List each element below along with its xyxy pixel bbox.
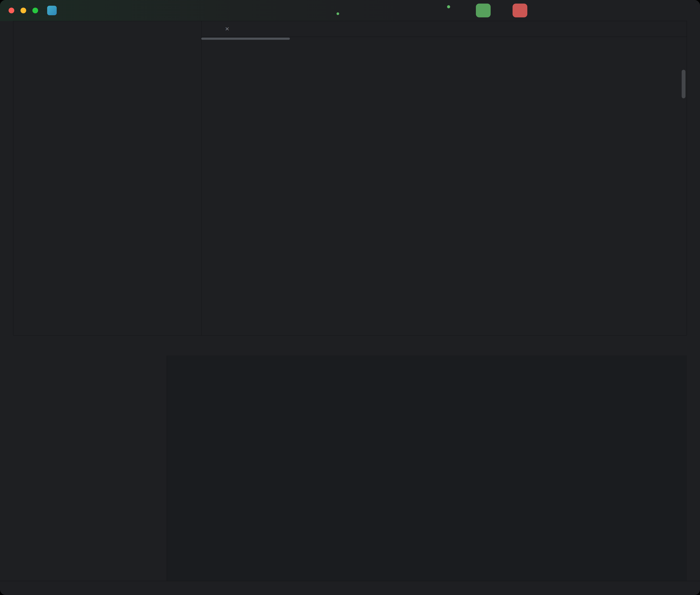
hide-build-panel-button[interactable] (664, 342, 672, 349)
chevron-down-icon (117, 7, 123, 13)
chevron-down-icon (456, 7, 463, 13)
right-tool-stripe (687, 21, 700, 581)
branch-selector[interactable] (103, 0, 123, 21)
more-run-options-button[interactable] (533, 7, 541, 14)
close-window-button[interactable] (8, 8, 14, 13)
stop-app-button[interactable] (512, 4, 527, 18)
android-studio-window: × (0, 0, 700, 595)
chevron-down-icon (22, 27, 27, 32)
project-panel-header (13, 21, 201, 38)
build-options-button[interactable] (646, 342, 654, 349)
rerun-app-button[interactable] (476, 4, 491, 18)
minimize-window-button[interactable] (21, 8, 26, 13)
rerun-icon (479, 6, 487, 15)
build-tool-window (13, 335, 687, 581)
status-bar (0, 581, 700, 595)
typo-check-icon (626, 44, 633, 51)
android-app-icon (441, 6, 450, 15)
error-badge-icon (591, 44, 598, 51)
titlebar (0, 0, 700, 21)
close-tab-icon[interactable]: × (225, 25, 229, 32)
cpp-file-icon (210, 25, 218, 33)
project-selector[interactable] (47, 0, 69, 21)
phone-device-icon (337, 6, 345, 15)
warning-icon (608, 44, 615, 51)
editor-options-button[interactable] (674, 25, 682, 32)
window-controls (8, 0, 38, 21)
build-panel-header (13, 336, 687, 356)
chevron-down-icon (352, 7, 358, 13)
left-tool-stripe (0, 21, 13, 581)
debug-app-button[interactable] (497, 6, 506, 15)
inspections-widget[interactable] (591, 44, 663, 51)
scrollbar-thumb[interactable] (682, 70, 685, 98)
project-tool-window (13, 21, 201, 335)
run-configuration-selector[interactable] (441, 0, 463, 21)
build-result-tree (36, 357, 167, 581)
device-selector[interactable] (337, 0, 358, 21)
build-tree-pane (13, 356, 167, 581)
next-problem-button[interactable] (656, 44, 663, 51)
tab-scroll-indicator (201, 38, 290, 40)
project-logo (47, 6, 57, 15)
prev-problem-button[interactable] (644, 44, 651, 51)
chevron-down-icon (63, 7, 69, 13)
stop-icon (516, 6, 524, 15)
editor-tab-bar: × (201, 21, 687, 37)
build-console[interactable] (167, 356, 687, 581)
editor-scrollbar[interactable] (682, 40, 685, 333)
zoom-window-button[interactable] (32, 8, 38, 13)
editor-area: × (201, 21, 687, 335)
project-tree (13, 38, 201, 40)
tab-ai-chat-cpp[interactable]: × (205, 21, 234, 37)
branch-icon (103, 7, 110, 14)
